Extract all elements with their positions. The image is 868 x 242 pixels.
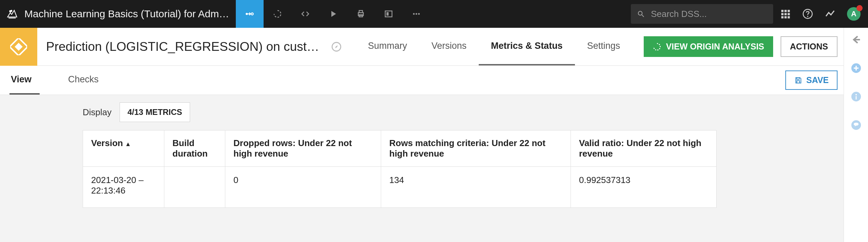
object-tabs: Summary Versions Metrics & Status Settin… — [356, 28, 632, 65]
view-origin-analysis-button[interactable]: VIEW ORIGIN ANALYSIS — [644, 36, 773, 57]
notification-dot — [856, 5, 863, 11]
project-title[interactable]: Machine Learning Basics (Tutorial) for A… — [24, 8, 229, 20]
user-avatar[interactable]: A — [847, 7, 861, 21]
cell-version: 2021-03-20 – 22:13:46 — [83, 167, 164, 208]
bird-icon — [6, 8, 18, 20]
model-icon — [10, 38, 27, 55]
save-label: SAVE — [806, 75, 829, 85]
play-icon — [328, 9, 338, 19]
svg-rect-11 — [781, 10, 784, 12]
display-row: Display 4/13 METRICS — [83, 102, 868, 122]
svg-rect-13 — [788, 10, 790, 12]
rail-add-button[interactable] — [850, 62, 862, 75]
sort-asc-icon: ▲ — [125, 141, 131, 147]
svg-point-0 — [246, 13, 248, 15]
avatar-initial: A — [851, 9, 856, 18]
metrics-table: Version▲ Build duration Dropped rows: Un… — [83, 130, 717, 208]
rail-info-button[interactable] — [850, 91, 862, 104]
svg-rect-3 — [359, 11, 363, 13]
dashboard-tool-button[interactable] — [375, 0, 402, 28]
object-bar: Prediction (LOGISTIC_REGRESSION) on cust… — [0, 28, 868, 66]
more-tool-button[interactable] — [402, 0, 430, 28]
cell-dropped: 0 — [225, 167, 381, 208]
object-title[interactable]: Prediction (LOGISTIC_REGRESSION) on cust… — [46, 40, 324, 54]
compass-icon — [331, 41, 342, 53]
col-version[interactable]: Version▲ — [83, 130, 164, 167]
tab-metrics-status[interactable]: Metrics & Status — [479, 28, 575, 65]
svg-point-21 — [807, 16, 808, 17]
cell-build-duration — [164, 167, 225, 208]
object-actions: VIEW ORIGIN ANALYSIS ACTIONS — [644, 36, 868, 57]
top-bar: Machine Learning Basics (Tutorial) for A… — [0, 0, 868, 28]
recipe-tool-button[interactable] — [264, 0, 291, 28]
metrics-content: Display 4/13 METRICS Version▲ Build dura… — [0, 95, 868, 242]
help-icon — [802, 8, 813, 19]
svg-point-29 — [855, 94, 856, 95]
run-tool-button[interactable] — [319, 0, 347, 28]
col-version-label: Version — [91, 138, 123, 148]
top-tools — [236, 0, 430, 28]
svg-point-10 — [638, 11, 642, 15]
save-button[interactable]: SAVE — [785, 70, 838, 90]
svg-rect-26 — [797, 81, 800, 83]
arrow-left-icon — [850, 34, 862, 45]
tab-settings[interactable]: Settings — [575, 28, 633, 65]
print-tool-button[interactable] — [347, 0, 375, 28]
svg-rect-17 — [781, 16, 784, 19]
col-dropped[interactable]: Dropped rows: Under 22 not high revenue — [225, 130, 381, 167]
top-right-icons: A — [780, 7, 861, 21]
model-icon-tile[interactable] — [0, 28, 37, 66]
col-valid[interactable]: Valid ratio: Under 22 not high revenue — [571, 130, 717, 167]
svg-point-7 — [413, 13, 415, 15]
ellipsis-icon — [411, 9, 421, 19]
print-icon — [356, 9, 366, 19]
search-box[interactable] — [631, 4, 773, 24]
cycle-icon — [272, 9, 283, 19]
dashboard-icon — [384, 9, 394, 19]
svg-rect-14 — [781, 13, 784, 15]
subtab-view[interactable]: View — [9, 66, 40, 95]
actions-button[interactable]: ACTIONS — [781, 36, 838, 57]
metrics-selector-button[interactable]: 4/13 METRICS — [120, 102, 190, 122]
display-label: Display — [83, 107, 111, 118]
rail-chat-button[interactable] — [850, 119, 862, 132]
search-input[interactable] — [651, 9, 767, 19]
search-icon — [637, 9, 645, 18]
svg-rect-18 — [784, 16, 787, 19]
view-origin-label: VIEW ORIGIN ANALYSIS — [666, 42, 764, 52]
cell-valid: 0.992537313 — [571, 167, 717, 208]
plus-circle-icon — [850, 62, 862, 74]
tab-summary[interactable]: Summary — [356, 28, 419, 65]
code-tool-button[interactable] — [291, 0, 319, 28]
code-icon — [300, 9, 310, 19]
svg-point-8 — [416, 13, 417, 15]
table-header-row: Version▲ Build duration Dropped rows: Un… — [83, 130, 717, 167]
svg-rect-15 — [784, 13, 787, 15]
svg-rect-30 — [855, 96, 856, 100]
subtab-checks[interactable]: Checks — [60, 66, 107, 95]
svg-rect-25 — [797, 78, 799, 79]
apps-icon — [780, 8, 791, 19]
table-row[interactable]: 2021-03-20 – 22:13:46 0 134 0.992537313 — [83, 167, 717, 208]
svg-rect-23 — [15, 43, 23, 51]
app-logo[interactable] — [0, 0, 24, 28]
flow-icon — [245, 9, 255, 19]
navigate-button[interactable] — [331, 41, 342, 53]
apps-button[interactable] — [780, 8, 791, 19]
sub-bar: View Checks SAVE — [0, 66, 868, 95]
flow-tool-button[interactable] — [236, 0, 264, 28]
svg-rect-6 — [387, 12, 389, 16]
tab-versions[interactable]: Versions — [419, 28, 479, 65]
col-matching[interactable]: Rows matching criteria: Under 22 not hig… — [381, 130, 571, 167]
rail-back-button[interactable] — [850, 34, 862, 47]
save-icon — [794, 76, 802, 84]
svg-rect-12 — [784, 10, 787, 12]
help-button[interactable] — [802, 8, 813, 19]
info-circle-icon — [850, 91, 862, 102]
activity-button[interactable] — [825, 8, 835, 19]
chat-circle-icon — [850, 119, 862, 131]
origin-icon — [653, 42, 661, 51]
col-build-duration[interactable]: Build duration — [164, 130, 225, 167]
svg-rect-19 — [788, 16, 790, 19]
svg-point-9 — [418, 13, 420, 15]
